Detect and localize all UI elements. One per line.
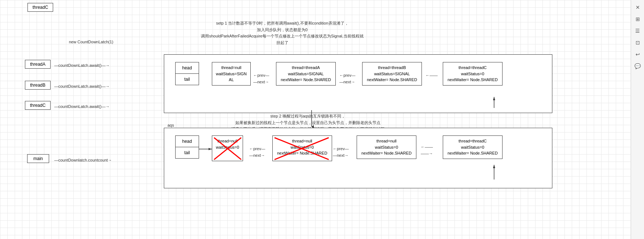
d1-n3-thread: thread=threadB (367, 65, 417, 71)
d2-n3-thread: thread=null (361, 138, 412, 144)
d2-head: head (176, 136, 199, 147)
d2-connect-arrow (197, 135, 214, 163)
canvas-area: threadC new CountDownLatch(1) threadA th… (0, 0, 631, 239)
d2-n4-nextwaiter: nextWaiter= Node.SHARED (448, 150, 498, 156)
menu-icon[interactable]: ☰ (633, 26, 642, 35)
thread-box-main: main (27, 154, 49, 163)
d1-n4-nextwaiter: nextWaiter= Node.SHARED (448, 77, 498, 83)
comment-icon[interactable]: 💬 (633, 62, 642, 70)
d1-n4-thread: thread=threadC (448, 65, 498, 71)
grid-icon[interactable]: ⊡ (633, 38, 642, 47)
d1-n2-waitstatus: waitStatus=SIGNAL (281, 71, 331, 77)
thread-box-threadA: threadA (25, 60, 51, 69)
arrow-main: —countDownlatch.countcount→ (54, 158, 112, 162)
sidebar: ✕ ⊞ ☰ ⊡ ↩ 💬 (631, 0, 644, 239)
arrow-threadC: —countDownLatch.await()—→ (54, 104, 110, 109)
d2-n3-waitstatus: waitStatus=0 (361, 144, 412, 151)
d2-up-arrow (487, 163, 501, 181)
desc-text-1: setp 1 当计数器不等于0时，把所有调用await(),不要和conditi… (191, 20, 374, 46)
d2-n4-waitstatus: waitStatus=0 (448, 144, 498, 151)
arrow-threadA: —countDownLatch.await()—→ (54, 63, 110, 68)
diagram-2: head tail thread=null waitStatus=0 ←prev… (164, 128, 552, 188)
d1-n3-waitstatus: waitStatus=SIGNAL (367, 71, 417, 77)
d1-head: head (176, 62, 199, 74)
thread-box-threadB: threadB (25, 81, 51, 90)
red-x-1 (212, 136, 243, 161)
d1-n1-thread: thread=null (216, 65, 247, 71)
d2-n4-thread: thread=threadC (448, 138, 498, 144)
d1-tail: tail (176, 74, 199, 85)
undo-icon[interactable]: ↩ (633, 50, 642, 59)
d1-n4-waitstatus: waitStatus=0 (448, 71, 498, 77)
red-x-2 (273, 136, 332, 161)
thread-box-threadc-top: threadC (27, 3, 53, 12)
copy-icon[interactable]: ⊞ (633, 15, 642, 23)
d1-n1-waitstatus: waitStatus=SIGN (216, 71, 247, 77)
d2-n3-nextwaiter: nextWaiter= Node.SHARED (361, 150, 412, 156)
close-icon[interactable]: ✕ (633, 3, 642, 12)
d1-n3-nextwaiter: nextWaiter= Node.SHARED (367, 77, 417, 83)
d1-n2-thread: thread=threadA (281, 65, 331, 71)
d1-n1-nextwaiter: AL (216, 77, 247, 83)
d1-n2-nextwaiter: nextWaiter= Node.SHARED (281, 77, 331, 83)
new-latch-label: new CountDownLatch(1) (69, 40, 113, 44)
diagram-1: head tail thread=null waitStatus=SIGN AL… (164, 54, 552, 113)
thread-box-threadC-mid: threadC (25, 101, 51, 110)
arrow-threadB: —countDownLatch.await()—→ (54, 84, 110, 88)
d2-tail: tail (176, 147, 199, 158)
d1-up-arrow (483, 95, 505, 110)
